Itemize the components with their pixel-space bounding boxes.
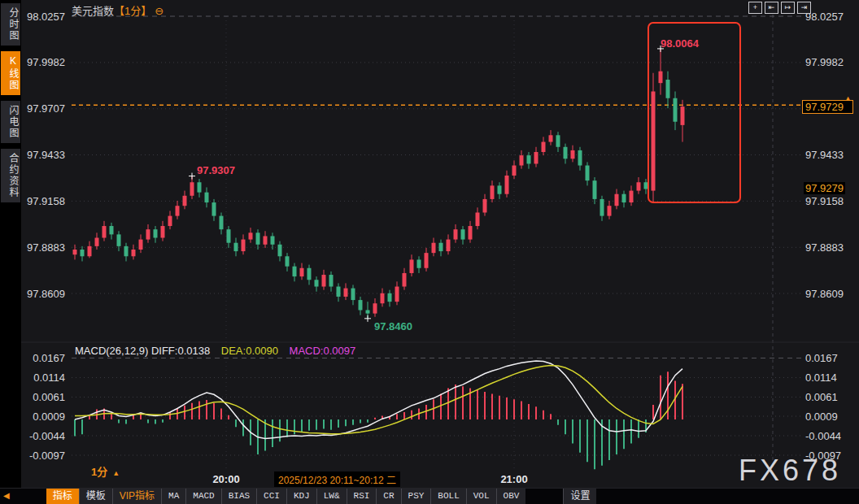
time-tick-2000: 20:00 [212, 473, 239, 485]
toolbar-item-obv[interactable]: OBV [496, 489, 526, 504]
svg-text:97.9707: 97.9707 [27, 102, 65, 115]
toolbar-item-kdj[interactable]: KDJ [286, 489, 316, 504]
svg-text:97.8883: 97.8883 [27, 241, 65, 254]
toolbar-item-lw[interactable]: LW& [316, 489, 347, 504]
toolbar-item-settings[interactable]: 设置 [563, 489, 596, 504]
svg-text:97.8883: 97.8883 [805, 241, 844, 254]
chart-nav-icons: + ⇤ ↦ ⇥ [748, 2, 811, 14]
swing-low-label: 97.8460 [374, 320, 412, 332]
trading-app-window: 98.025798.025797.998297.998297.970797.97… [0, 0, 859, 504]
svg-text:0.0009: 0.0009 [33, 411, 65, 423]
toolbar-item-indicators[interactable]: 指标 [46, 489, 79, 504]
secondary-price-badge: 97.9279 [804, 182, 845, 194]
bottom-toolbar: ◀ 指标 模板 VIP指标 MA MACD BIAS CCI KDJ LW& R… [0, 488, 859, 504]
toolbar-item-vol[interactable]: VOL [466, 489, 496, 504]
time-tick-2100: 21:00 [500, 473, 527, 485]
svg-text:97.9433: 97.9433 [27, 149, 65, 161]
svg-text:97.9982: 97.9982 [805, 56, 844, 68]
period-dropdown-icon: ▲ [112, 469, 120, 477]
macd-macd-value: MACD:0.0097 [290, 345, 356, 357]
sidebar: 分时图 K线图 闪电图 合约资料 [0, 0, 21, 504]
macd-dea-value: DEA:0.0090 [221, 345, 278, 357]
svg-text:0.0061: 0.0061 [805, 391, 838, 403]
svg-text:98.0257: 98.0257 [805, 11, 844, 23]
svg-text:97.9158: 97.9158 [27, 195, 65, 207]
svg-text:0.0009: 0.0009 [805, 411, 838, 423]
svg-text:-0.0044: -0.0044 [805, 430, 841, 442]
collapse-icon[interactable]: ⊖ [155, 5, 164, 17]
toolbar-collapse-icon[interactable]: ◀ [3, 489, 10, 504]
macd-params-diff: MACD(26,12,9) DIFF:0.0138 [75, 345, 210, 357]
chart-svg: 98.025798.025797.998297.998297.970797.97… [0, 0, 859, 488]
scroll-end-icon[interactable]: ⇥ [797, 2, 811, 14]
svg-text:-0.0044: -0.0044 [29, 430, 65, 442]
symbol-name: 美元指数 [72, 5, 114, 17]
toolbar-item-templates[interactable]: 模板 [79, 489, 112, 504]
toolbar-item-boll[interactable]: BOLL [430, 489, 465, 504]
svg-text:0.0114: 0.0114 [805, 371, 837, 384]
swing-high-label: 97.9307 [197, 164, 235, 176]
selected-candle-time: 2025/12/23 20:11~20:12 二 [274, 471, 400, 487]
scroll-right-icon[interactable]: ↦ [781, 2, 795, 14]
sidebar-tab-time-chart[interactable]: 分时图 [1, 3, 20, 46]
watermark: FX678 [739, 454, 841, 488]
sidebar-tab-kline-chart[interactable]: K线图 [1, 51, 20, 95]
svg-text:0.0114: 0.0114 [33, 371, 65, 384]
svg-text:0.0061: 0.0061 [33, 391, 65, 403]
toolbar-item-bias[interactable]: BIAS [221, 489, 256, 504]
macd-header: MACD(26,12,9) DIFF:0.0138 DEA:0.0090 MAC… [75, 345, 355, 357]
toolbar-item-cr[interactable]: CR [376, 489, 400, 504]
svg-text:97.8609: 97.8609 [27, 288, 65, 300]
toolbar-item-psy[interactable]: PSY [401, 489, 431, 504]
svg-text:97.9982: 97.9982 [27, 56, 65, 68]
sidebar-tab-flash-chart[interactable]: 闪电图 [1, 101, 20, 143]
svg-text:97.9433: 97.9433 [805, 149, 844, 161]
scroll-start-icon[interactable]: ⇤ [765, 2, 778, 14]
toolbar-item-vip-indicators[interactable]: VIP指标 [112, 489, 161, 504]
period-value: 1分 [91, 466, 107, 478]
current-price-badge: 97.9729 [802, 100, 853, 114]
toolbar-item-macd[interactable]: MACD [185, 489, 220, 504]
svg-text:97.8609: 97.8609 [805, 288, 844, 300]
toolbar-item-cci[interactable]: CCI [256, 489, 286, 504]
chart-canvas[interactable]: 98.025798.025797.998297.998297.970797.97… [0, 0, 859, 488]
spike-high-label: 98.0064 [661, 37, 699, 50]
toolbar-item-ma[interactable]: MA [161, 489, 185, 504]
svg-text:-0.0097: -0.0097 [29, 450, 65, 462]
svg-text:0.0167: 0.0167 [33, 352, 65, 364]
period-selector[interactable]: 1分▲ [91, 463, 120, 479]
chart-title: 美元指数【1分】⊖ [72, 2, 164, 18]
toolbar-strip: 指标 模板 VIP指标 MA MACD BIAS CCI KDJ LW& RSI… [46, 489, 526, 504]
pan-icon[interactable]: + [748, 2, 762, 14]
svg-text:98.0257: 98.0257 [27, 11, 65, 23]
period-label: 【1分】 [114, 5, 151, 17]
svg-text:0.0167: 0.0167 [805, 352, 838, 364]
sidebar-tab-contract-info[interactable]: 合约资料 [1, 149, 20, 202]
toolbar-item-rsi[interactable]: RSI [347, 489, 377, 504]
svg-text:97.9158: 97.9158 [805, 195, 844, 207]
